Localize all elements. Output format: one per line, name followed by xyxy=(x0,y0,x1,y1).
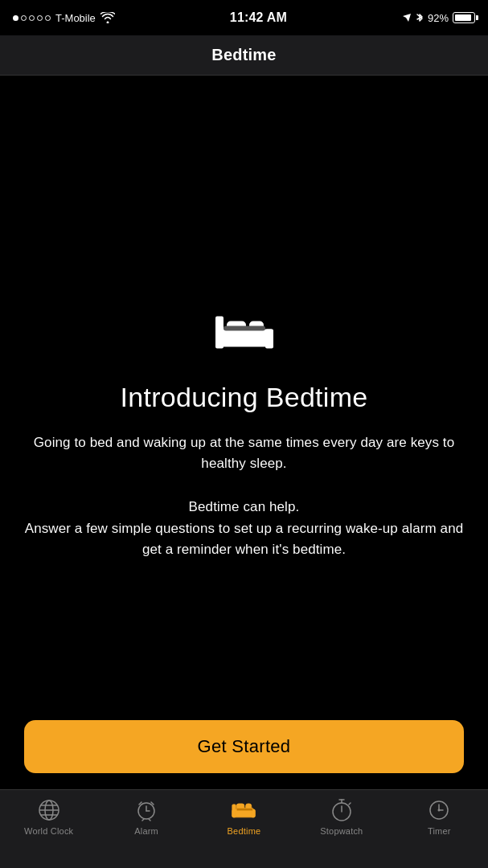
battery-fill xyxy=(455,14,471,21)
status-right: 92% xyxy=(402,12,475,24)
location-icon xyxy=(402,13,412,23)
tab-alarm[interactable]: Alarm xyxy=(114,798,178,836)
intro-sub-description: Bedtime can help.Answer a few simple que… xyxy=(24,497,464,560)
battery-percentage: 92% xyxy=(428,12,449,24)
svg-line-17 xyxy=(149,819,150,821)
svg-rect-19 xyxy=(232,805,236,817)
get-started-container: Get Started xyxy=(0,720,488,773)
signal-dots xyxy=(13,15,51,21)
status-bar: T-Mobile 11:42 AM 92% xyxy=(0,0,488,35)
stopwatch-label: Stopwatch xyxy=(320,826,363,836)
signal-dot-4 xyxy=(37,15,43,21)
signal-dot-2 xyxy=(21,15,27,21)
timer-label: Timer xyxy=(428,826,451,836)
signal-dot-1 xyxy=(13,15,18,21)
intro-description: Going to bed and waking up at the same t… xyxy=(24,432,464,475)
tab-world-clock[interactable]: World Clock xyxy=(17,798,81,836)
stopwatch-icon xyxy=(330,798,354,822)
wifi-icon xyxy=(100,12,115,23)
signal-dot-3 xyxy=(29,15,35,21)
svg-rect-23 xyxy=(237,808,253,811)
svg-point-32 xyxy=(438,809,441,812)
battery-icon xyxy=(453,12,475,23)
tab-bedtime[interactable]: Bedtime xyxy=(211,798,276,836)
bed-icon xyxy=(212,305,277,353)
carrier-label: T-Mobile xyxy=(55,12,96,24)
world-clock-icon xyxy=(37,798,61,822)
tab-bar: World Clock Alarm xyxy=(0,789,488,868)
svg-rect-5 xyxy=(223,326,265,330)
bedtime-tab-icon xyxy=(232,798,256,822)
bluetooth-icon xyxy=(416,12,424,23)
svg-rect-2 xyxy=(265,329,273,348)
svg-rect-0 xyxy=(215,329,273,346)
signal-dot-5 xyxy=(45,15,51,21)
timer-icon xyxy=(427,798,451,822)
bedtime-label: Bedtime xyxy=(228,826,261,836)
nav-title: Bedtime xyxy=(211,46,276,64)
svg-rect-1 xyxy=(215,316,223,348)
nav-bar: Bedtime xyxy=(0,35,488,76)
alarm-icon xyxy=(134,798,158,822)
svg-line-28 xyxy=(349,803,351,805)
status-time: 11:42 AM xyxy=(230,10,287,25)
intro-title: Introducing Bedtime xyxy=(120,382,367,413)
world-clock-label: World Clock xyxy=(24,826,73,836)
alarm-label: Alarm xyxy=(134,826,158,836)
tab-stopwatch[interactable]: Stopwatch xyxy=(310,798,374,836)
tab-timer[interactable]: Timer xyxy=(407,798,471,836)
get-started-button[interactable]: Get Started xyxy=(24,720,464,773)
main-content: Introducing Bedtime Going to bed and wak… xyxy=(0,76,488,789)
svg-line-16 xyxy=(142,819,144,821)
status-left: T-Mobile xyxy=(13,12,115,24)
